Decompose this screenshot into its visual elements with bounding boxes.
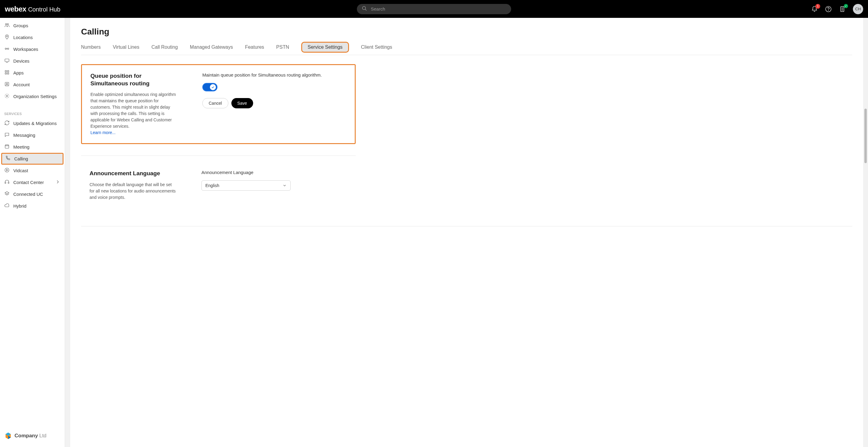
company-suffix: Ltd — [39, 433, 46, 439]
tab-gateways[interactable]: Managed Gateways — [190, 44, 233, 50]
gear-icon — [4, 93, 10, 99]
sidebar-item-connecteduc[interactable]: Connected UC — [0, 188, 65, 200]
company-name: Company — [14, 433, 38, 439]
cancel-button[interactable]: Cancel — [202, 98, 228, 108]
svg-point-21 — [6, 83, 7, 84]
svg-point-11 — [5, 48, 7, 50]
sidebar-item-label: Calling — [14, 156, 28, 161]
help-button[interactable] — [825, 6, 832, 12]
header-actions: 1 ✓ CH — [811, 4, 863, 14]
toggle-knob — [210, 84, 216, 90]
tab-features[interactable]: Features — [245, 44, 264, 50]
tab-virtuallines[interactable]: Virtual Lines — [113, 44, 140, 50]
sidebar-item-label: Organization Settings — [13, 94, 57, 99]
device-icon — [4, 58, 10, 64]
language-select[interactable]: English — [202, 180, 291, 191]
sidebar-item-label: Workspaces — [13, 47, 38, 52]
account-icon — [4, 81, 10, 88]
svg-rect-30 — [8, 182, 9, 184]
svg-point-22 — [6, 95, 8, 97]
notification-badge: 1 — [815, 4, 820, 9]
check-icon — [211, 85, 215, 89]
chevron-down-icon — [282, 183, 287, 188]
sidebar-item-apps[interactable]: Apps — [0, 67, 65, 79]
svg-point-9 — [7, 24, 9, 25]
scrollbar-thumb[interactable] — [864, 109, 867, 163]
logo: webex Control Hub — [5, 5, 61, 13]
divider — [81, 226, 852, 227]
svg-rect-23 — [5, 145, 9, 148]
queue-card-description: Enable optimized simultaneous ring algor… — [90, 91, 178, 136]
lang-card-title: Announcement Language — [90, 170, 177, 177]
svg-point-10 — [6, 36, 7, 37]
svg-marker-28 — [7, 169, 8, 171]
tab-clientsettings[interactable]: Client Settings — [361, 44, 392, 50]
sidebar-item-messaging[interactable]: Messaging — [0, 129, 65, 141]
svg-point-0 — [362, 6, 366, 10]
scrollbar[interactable] — [863, 18, 868, 447]
notifications-button[interactable]: 1 — [811, 6, 818, 12]
sidebar-item-locations[interactable]: Locations — [0, 31, 65, 43]
sidebar: GroupsLocationsWorkspacesDevicesAppsAcco… — [0, 18, 65, 447]
main-content: Calling NumbersVirtual LinesCall Routing… — [70, 18, 863, 447]
tabs: NumbersVirtual LinesCall RoutingManaged … — [81, 44, 852, 55]
search-container[interactable] — [357, 4, 511, 14]
svg-marker-31 — [5, 191, 9, 194]
tasks-badge: ✓ — [844, 4, 848, 8]
sidebar-item-label: Devices — [13, 58, 29, 64]
avatar[interactable]: CH — [853, 4, 863, 14]
sidebar-item-workspaces[interactable]: Workspaces — [0, 43, 65, 55]
svg-rect-16 — [5, 70, 7, 72]
svg-rect-18 — [5, 73, 7, 74]
sidebar-item-calling[interactable]: Calling — [1, 153, 63, 165]
svg-rect-14 — [5, 59, 9, 62]
search-icon — [362, 6, 367, 12]
sidebar-item-label: Meeting — [13, 144, 29, 149]
sidebar-item-label: Messaging — [13, 132, 35, 138]
sidebar-item-contactcenter[interactable]: Contact Center — [0, 176, 65, 188]
tab-numbers[interactable]: Numbers — [81, 44, 101, 50]
sidebar-item-label: Account — [13, 82, 30, 87]
page-title: Calling — [81, 27, 852, 37]
company-logo: Company Ltd — [0, 425, 65, 447]
sidebar-item-hybrid[interactable]: Hybrid — [0, 200, 65, 212]
svg-rect-29 — [5, 182, 6, 184]
language-select-value: English — [205, 183, 219, 188]
sidebar-item-account[interactable]: Account — [0, 79, 65, 90]
svg-point-12 — [7, 48, 9, 50]
queue-position-card: Queue position for Simultaneous routing … — [81, 64, 356, 144]
sidebar-item-label: Hybrid — [13, 203, 26, 209]
queue-toggle[interactable] — [202, 83, 217, 91]
svg-point-27 — [5, 168, 9, 172]
chevron-right-icon — [55, 179, 61, 185]
refresh-icon — [4, 120, 10, 126]
phone-icon — [5, 155, 10, 162]
workspace-icon — [4, 46, 10, 52]
play-icon — [4, 167, 10, 174]
sidebar-item-label: Contact Center — [13, 180, 44, 185]
tab-pstn[interactable]: PSTN — [276, 44, 289, 50]
lang-select-label: Announcement Language — [202, 170, 347, 175]
sidebar-item-vidcast[interactable]: Vidcast — [0, 165, 65, 176]
logo-sub: Control Hub — [28, 6, 61, 13]
app-header: webex Control Hub 1 ✓ CH — [0, 0, 868, 18]
sidebar-item-groups[interactable]: Groups — [0, 20, 65, 31]
company-mark-icon — [4, 432, 12, 440]
learn-more-link[interactable]: Learn more... — [90, 130, 116, 135]
sidebar-item-updates[interactable]: Updates & Migrations — [0, 117, 65, 129]
search-input[interactable] — [371, 6, 506, 11]
calendar-icon — [4, 144, 10, 150]
tab-servicesettings[interactable]: Service Settings — [301, 42, 349, 53]
svg-rect-19 — [7, 73, 9, 74]
message-icon — [4, 132, 10, 138]
tasks-button[interactable]: ✓ — [839, 6, 846, 12]
users-icon — [4, 22, 10, 29]
sidebar-item-meeting[interactable]: Meeting — [0, 141, 65, 153]
queue-card-title: Queue position for Simultaneous routing — [90, 72, 178, 87]
save-button[interactable]: Save — [231, 98, 253, 108]
queue-toggle-label: Maintain queue position for Simultaneous… — [202, 72, 346, 78]
sidebar-item-orgsettings[interactable]: Organization Settings — [0, 90, 65, 102]
sidebar-item-devices[interactable]: Devices — [0, 55, 65, 67]
sidebar-item-label: Vidcast — [13, 168, 28, 173]
tab-callrouting[interactable]: Call Routing — [152, 44, 178, 50]
